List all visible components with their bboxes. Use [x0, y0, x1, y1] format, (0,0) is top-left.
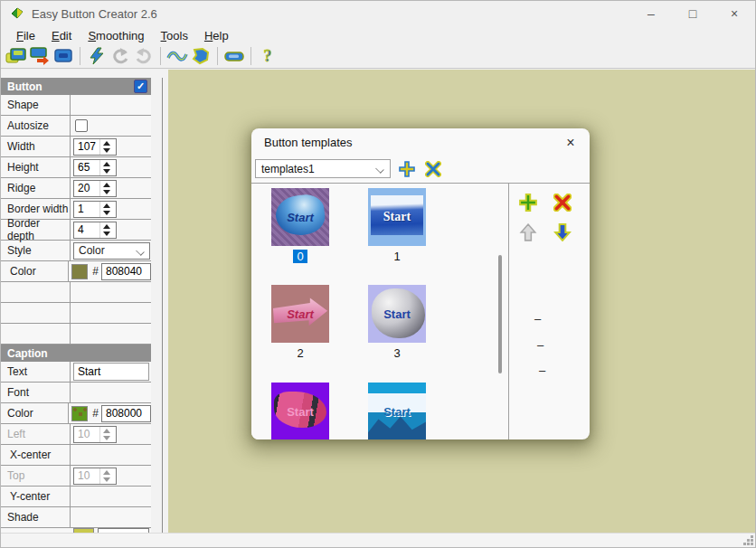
border-depth-label: Border depth — [1, 220, 71, 240]
menu-edit[interactable]: Edit — [43, 28, 80, 43]
x-center-label: X-center — [1, 445, 71, 465]
dialog-close-icon[interactable]: × — [561, 133, 581, 153]
side-marker: – — [537, 338, 543, 352]
template-list: Start 0 Start 1 Start 2 Start 3 Start — [251, 183, 509, 439]
help-icon[interactable]: ? — [256, 46, 279, 66]
svg-text:?: ? — [264, 47, 272, 65]
template-label-1[interactable]: 1 — [368, 250, 426, 263]
list-scrollbar[interactable] — [498, 255, 502, 373]
add-template-icon[interactable] — [519, 194, 537, 212]
font-label: Font — [1, 383, 71, 402]
template-thumbnail-3[interactable]: Start — [368, 285, 426, 343]
property-row-left: Left — [1, 424, 151, 445]
ridge-input[interactable] — [74, 182, 99, 194]
hash-label: # — [92, 265, 99, 278]
button-color-label: Color — [1, 261, 69, 281]
width-stepper[interactable] — [73, 138, 117, 156]
ridge-spin-buttons[interactable] — [99, 181, 113, 196]
caption-color-swatch[interactable] — [71, 406, 88, 421]
button-color-hex-input[interactable] — [102, 264, 150, 279]
border-depth-spin-buttons[interactable] — [99, 222, 113, 238]
template-label-0-selected[interactable]: 0 — [293, 250, 307, 263]
template-thumbnail-1[interactable]: Start — [368, 188, 426, 246]
smoothing-wave-icon[interactable] — [165, 46, 189, 66]
template-thumbnail-5[interactable]: Start — [368, 383, 426, 439]
border-depth-input[interactable] — [74, 223, 99, 236]
height-spin-buttons[interactable] — [99, 160, 113, 175]
ridge-stepper[interactable] — [73, 180, 117, 197]
template-label-2[interactable]: 2 — [271, 346, 329, 360]
button-color-swatch[interactable] — [71, 264, 88, 279]
lightning-icon[interactable] — [85, 46, 109, 66]
property-row-shade: Shade — [1, 507, 151, 528]
template-thumbnail-4[interactable]: Start — [271, 383, 329, 439]
shape-label: Shape — [1, 95, 71, 115]
style-dropdown[interactable]: Color — [73, 242, 150, 260]
caption-text-field[interactable] — [73, 363, 149, 381]
property-row-text: Text — [1, 362, 151, 383]
top-spin-buttons — [99, 468, 113, 484]
template-thumbnail-2[interactable]: Start — [271, 285, 329, 343]
style-label: Style — [1, 241, 71, 260]
caption-color-hex-input[interactable] — [102, 406, 150, 421]
text-label: Text — [1, 362, 71, 382]
caption-section-title: Caption — [7, 347, 48, 360]
button-color-hex-field[interactable] — [101, 263, 151, 280]
template-item-0: Start 0 — [271, 188, 329, 263]
caption-text-input[interactable] — [74, 364, 148, 380]
empty-row — [1, 324, 151, 345]
add-collection-icon[interactable] — [399, 161, 415, 177]
height-stepper[interactable] — [73, 159, 117, 176]
button-enabled-checkbox[interactable]: ✓ — [134, 80, 147, 93]
undo-icon — [109, 46, 132, 66]
menu-tools[interactable]: Tools — [153, 28, 196, 43]
export-button-icon[interactable] — [28, 46, 52, 66]
button-section-header: Button ✓ — [1, 78, 151, 95]
menu-smoothing[interactable]: Smoothing — [80, 28, 152, 43]
minimize-button[interactable]: – — [630, 1, 672, 26]
caption-section-header: Caption — [1, 345, 151, 362]
new-button-icon[interactable] — [5, 46, 28, 66]
left-input — [74, 428, 99, 440]
template-collection-dropdown[interactable]: templates1 — [255, 159, 391, 178]
panel-splitter[interactable] — [162, 78, 163, 533]
toolbar-separator — [217, 47, 218, 65]
style-value: Color — [79, 244, 105, 257]
height-input[interactable] — [74, 161, 99, 174]
menu-file[interactable]: File — [8, 28, 43, 43]
width-spin-buttons[interactable] — [99, 139, 113, 155]
bar-button-icon[interactable] — [222, 46, 246, 66]
border-width-input[interactable] — [74, 203, 99, 215]
property-row-autosize: Autosize — [1, 116, 151, 137]
border-width-spin-buttons[interactable] — [99, 202, 113, 217]
toolbar-separator — [250, 47, 251, 65]
delete-collection-icon[interactable] — [425, 161, 441, 177]
move-down-icon[interactable] — [553, 223, 572, 241]
caption-color-hex-field[interactable] — [101, 405, 151, 422]
collection-value: templates1 — [261, 163, 315, 175]
chevron-down-icon — [137, 247, 145, 255]
width-input[interactable] — [74, 140, 99, 153]
border-width-stepper[interactable] — [73, 201, 117, 218]
template-label-3[interactable]: 3 — [368, 346, 426, 360]
status-bar — [1, 533, 755, 547]
menu-help[interactable]: Help — [196, 28, 237, 43]
button-preview-icon[interactable] — [52, 46, 75, 66]
close-button[interactable]: × — [713, 1, 755, 26]
maximize-button[interactable]: □ — [672, 1, 713, 26]
delete-template-icon[interactable] — [553, 194, 572, 212]
autosize-checkbox[interactable] — [75, 119, 88, 132]
width-label: Width — [1, 137, 71, 156]
template-thumbnail-0[interactable]: Start — [271, 188, 329, 246]
work-canvas[interactable]: Button templates × templates1 S — [168, 70, 755, 533]
resize-grip[interactable] — [742, 534, 754, 546]
left-spin-buttons — [99, 427, 113, 442]
template-item-3: Start 3 — [368, 285, 426, 360]
left-stepper — [73, 426, 117, 443]
caption-color-label: Color — [1, 403, 69, 423]
property-row-border-depth: Border depth — [1, 220, 151, 241]
border-depth-stepper[interactable] — [73, 222, 117, 239]
top-stepper — [73, 468, 117, 485]
freeform-shape-icon[interactable] — [189, 46, 213, 66]
property-row-caption-color: Color # — [1, 403, 151, 424]
